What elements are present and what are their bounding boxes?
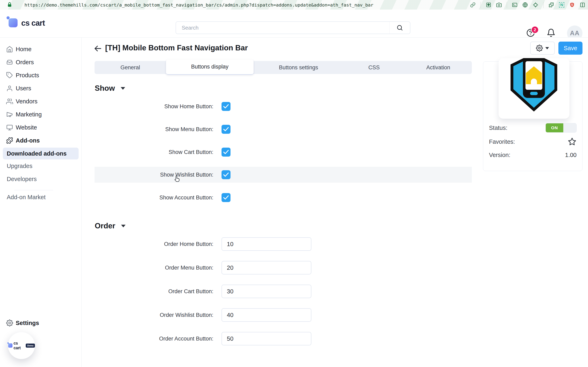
favorites-row: Favorites: [489,136,577,148]
save-button[interactable]: Save [558,42,582,55]
main-content: [TH] Mobile Bottom Fast Navigation Bar S… [82,38,588,367]
shield-s-icon[interactable]: S [570,2,575,8]
browser-toolbar: N S [470,0,585,9]
toolbar-divider [481,2,481,8]
tag-icon [6,72,13,79]
setting-row-show-menu: Show Menu Button: [95,121,472,137]
search-input[interactable] [176,25,389,31]
settings-dropdown-button[interactable] [530,42,555,55]
search-icon [397,25,403,31]
link-icon[interactable] [470,2,476,8]
monitor-icon [6,124,13,131]
favorite-star-button[interactable] [568,137,577,146]
status-row: Status: ON [489,122,577,134]
back-button[interactable] [93,44,102,53]
sidebar-item-products[interactable]: Products [0,69,81,82]
addon-icon-tile [499,58,570,119]
mouse-cursor-icon [173,175,181,184]
sidebar-item-website[interactable]: Website [0,121,81,134]
checkbox-show-menu[interactable] [222,125,231,134]
sidebar-item-marketing[interactable]: Marketing [0,108,81,121]
sidebar-divider [14,190,53,190]
ssl-lock-icon [7,2,12,8]
demo-badge: Demo [26,343,35,348]
input-order-account[interactable] [222,332,311,345]
globe-icon[interactable] [522,2,528,8]
image-icon[interactable] [486,2,491,8]
setting-row-show-account: Show Account Button: [95,190,472,206]
cscart-mini-text: cs cart [13,341,24,350]
page-title: [TH] Mobile Bottom Fast Navigation Bar [105,44,248,52]
setting-row-order-account: Order Account Button: [95,331,472,347]
checkbox-show-home[interactable] [222,102,231,111]
puzzle-icon[interactable] [549,2,554,8]
app-window: https://demo.themehills.com/cscart/a_mob… [0,0,588,367]
setting-row-order-wishlist: Order Wishlist Button: [95,307,472,323]
sidebar-item-home[interactable]: Home [0,43,81,56]
demo-logo-inner: cs cart Demo [8,341,35,350]
sidebar-item-upgrades[interactable]: Upgrades [0,159,81,173]
notion-n-icon[interactable]: N [559,2,564,8]
demo-logo-bubble[interactable]: cs cart Demo [8,332,35,359]
input-order-menu[interactable] [222,261,311,275]
sidebar-item-developers[interactable]: Developers [0,173,81,185]
checkbox-show-account[interactable] [222,193,231,202]
setting-row-show-cart: Show Cart Button: [95,144,472,160]
checkbox-show-wishlist[interactable] [222,170,231,179]
sidebar-item-addon-market[interactable]: Add-on Market [0,191,81,204]
url-text[interactable]: https://demo.themehills.com/cscart/a_mob… [25,0,373,9]
sidebar-item-users[interactable]: Users [0,82,81,95]
browser-address-bar: https://demo.themehills.com/cscart/a_mob… [0,0,588,9]
tab-css[interactable]: CSS [343,61,405,74]
setting-row-order-cart: Order Cart Button: [95,284,472,299]
sidebar-item-settings[interactable]: Settings [0,317,81,329]
input-order-home[interactable] [222,237,311,251]
version-value: 1.00 [565,152,577,158]
addon-info-card: Status: ON Favorites: Version: 1.00 [483,61,582,171]
sidebar-item-orders[interactable]: Orders [0,56,81,69]
star-icon [568,137,577,146]
bell-icon [546,28,555,37]
split-view-icon[interactable] [580,2,585,8]
chevron-down-icon [121,225,126,227]
notifications-button[interactable] [546,28,555,38]
puzzle-icon [6,137,13,144]
section-header-order[interactable]: Order [95,222,126,230]
tab-bar: General Buttons display Buttons settings… [95,61,472,74]
camera-icon[interactable] [496,2,502,8]
user-icon [6,85,13,92]
cscart-logo-mark [7,18,17,27]
gear-icon [536,45,543,52]
users-icon [6,98,13,105]
input-order-wishlist[interactable] [222,308,311,322]
status-toggle[interactable]: ON [545,123,577,133]
tab-general[interactable]: General [95,61,166,74]
input-order-cart[interactable] [222,285,311,298]
tab-buttons-settings[interactable]: Buttons settings [254,61,343,74]
terminal-icon[interactable] [512,2,517,8]
section-header-show[interactable]: Show [95,84,125,92]
inbox-icon [6,59,13,66]
admin-header: cs cart 2 AA [0,9,588,38]
sidebar-item-downloaded-addons[interactable]: Downloaded add-ons [3,148,79,159]
megaphone-icon [6,111,13,118]
toolbar-divider [543,2,544,8]
crosshair-icon[interactable] [533,2,538,8]
tab-activation[interactable]: Activation [405,61,472,74]
sidebar-item-addons[interactable]: Add-ons [0,134,81,147]
search-button[interactable] [389,22,410,34]
chevron-down-icon [121,87,125,90]
chevron-down-icon [545,47,549,49]
sidebar-item-vendors[interactable]: Vendors [0,95,81,108]
tab-buttons-display[interactable]: Buttons display [166,59,254,75]
help-button[interactable]: 2 [526,28,535,38]
setting-row-order-menu: Order Menu Button: [95,260,472,276]
setting-row-order-home: Order Home Button: [95,236,472,252]
checkbox-show-cart[interactable] [222,148,231,157]
arrow-left-icon [93,44,102,53]
cscart-logo[interactable]: cs cart [7,18,45,27]
status-toggle-on: ON [546,123,563,132]
help-badge: 2 [531,26,539,34]
sidebar: Home Orders Products Users Vendors Marke… [0,38,82,367]
global-search [176,21,410,34]
